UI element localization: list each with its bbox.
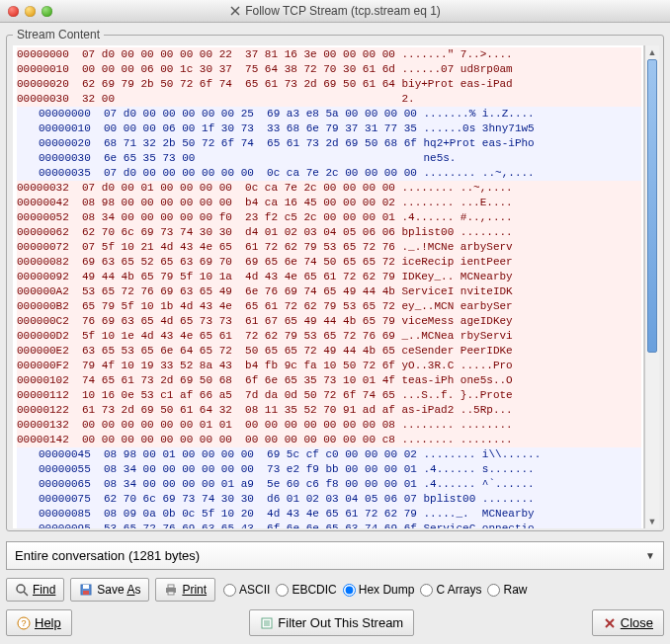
hex-line[interactable]: 00000030 6e 65 35 73 00 ne5s.: [17, 151, 641, 166]
hex-dump-area[interactable]: 00000000 07 d0 00 00 00 00 00 22 37 81 1…: [13, 45, 644, 528]
close-label: Close: [621, 615, 653, 630]
hex-line[interactable]: 00000055 08 34 00 00 00 00 00 00 73 e2 f…: [17, 462, 641, 477]
save-icon: [79, 583, 93, 597]
hex-line[interactable]: 00000035 07 d0 00 00 00 00 00 00 0c ca 7…: [17, 166, 641, 181]
hex-line[interactable]: 000000E2 63 65 53 65 6e 64 65 72 50 65 6…: [17, 344, 641, 359]
hex-line[interactable]: 00000020 68 71 32 2b 50 72 6f 74 65 61 7…: [17, 136, 641, 151]
print-icon: [164, 583, 178, 597]
svg-line-0: [231, 7, 239, 15]
hex-line[interactable]: 00000045 08 98 00 01 00 00 00 00 69 5c c…: [17, 447, 641, 462]
hex-line[interactable]: 00000000 07 d0 00 00 00 00 00 25 69 a3 e…: [17, 107, 641, 121]
svg-rect-9: [168, 592, 174, 595]
chevron-down-icon: ▼: [645, 550, 655, 561]
hex-line[interactable]: 00000122 61 73 2d 69 50 61 64 32 08 11 3…: [17, 403, 641, 418]
hex-line[interactable]: 00000082 69 63 65 52 65 63 69 70 69 65 6…: [17, 255, 641, 270]
bottom-button-row: ? Help Filter Out This Stream Close: [6, 609, 664, 636]
window-controls: [0, 6, 52, 17]
close-icon: [603, 616, 617, 630]
svg-text:?: ?: [21, 618, 26, 628]
toolbar-row: Find Save As Print ASCII EBCDIC Hex Dump…: [6, 578, 664, 602]
help-label: Help: [35, 615, 61, 630]
svg-rect-8: [168, 585, 174, 588]
scrollbar-track[interactable]: [645, 59, 659, 515]
zoom-window-icon[interactable]: [42, 6, 52, 17]
hex-line[interactable]: 00000072 07 5f 10 21 4d 43 4e 65 61 72 6…: [17, 240, 641, 255]
radio-raw[interactable]: Raw: [487, 583, 527, 597]
minimize-window-icon[interactable]: [25, 6, 36, 17]
hex-dump-container: 00000000 07 d0 00 00 00 00 00 22 37 81 1…: [13, 45, 659, 528]
radio-ascii[interactable]: ASCII: [223, 583, 270, 597]
hex-line[interactable]: 00000000 07 d0 00 00 00 00 00 22 37 81 1…: [17, 47, 641, 62]
conversation-selector-label: Entire conversation (1281 bytes): [15, 548, 200, 563]
svg-rect-5: [83, 585, 89, 589]
titlebar: Follow TCP Stream (tcp.stream eq 1): [0, 0, 670, 23]
hex-line[interactable]: 00000010 00 00 00 06 00 1c 30 37 75 64 3…: [17, 62, 641, 77]
print-button[interactable]: Print: [155, 578, 215, 602]
radio-ebcdic[interactable]: EBCDIC: [276, 583, 336, 597]
vertical-scrollbar[interactable]: ▲ ▼: [644, 45, 659, 528]
filter-out-button[interactable]: Filter Out This Stream: [249, 609, 414, 636]
scrollbar-up-arrow[interactable]: ▲: [645, 45, 659, 59]
svg-point-2: [17, 585, 25, 593]
hex-line[interactable]: 00000062 62 70 6c 69 73 74 30 30 d4 01 0…: [17, 225, 641, 240]
svg-line-3: [24, 592, 28, 596]
hex-line[interactable]: 00000042 08 98 00 00 00 00 00 00 b4 ca 1…: [17, 196, 641, 210]
hex-line[interactable]: 00000085 08 09 0a 0b 0c 5f 10 20 4d 43 4…: [17, 507, 641, 522]
hex-line[interactable]: 000000A2 53 65 72 76 69 63 65 49 6e 76 6…: [17, 284, 641, 299]
hex-line[interactable]: 00000132 00 00 00 00 00 00 01 01 00 00 0…: [17, 418, 641, 433]
scrollbar-down-arrow[interactable]: ▼: [645, 515, 659, 528]
hex-line[interactable]: 00000052 08 34 00 00 00 00 00 f0 23 f2 c…: [17, 210, 641, 225]
save-as-button[interactable]: Save As: [70, 578, 149, 602]
search-icon: [15, 583, 29, 597]
window-title-text: Follow TCP Stream (tcp.stream eq 1): [245, 4, 441, 18]
help-icon: ?: [17, 616, 31, 630]
close-button[interactable]: Close: [592, 609, 664, 636]
find-button[interactable]: Find: [6, 578, 64, 602]
hex-line[interactable]: 00000065 08 34 00 00 00 00 01 a9 5e 60 c…: [17, 477, 641, 492]
hex-line[interactable]: 00000075 62 70 6c 69 73 74 30 30 d6 01 0…: [17, 492, 641, 507]
svg-rect-6: [83, 591, 89, 595]
radio-hexdump[interactable]: Hex Dump: [343, 583, 415, 597]
display-format-radios: ASCII EBCDIC Hex Dump C Arrays Raw: [223, 583, 527, 597]
find-label: Find: [33, 583, 55, 597]
content: Stream Content 00000000 07 d0 00 00 00 0…: [0, 22, 670, 644]
print-label: Print: [182, 583, 207, 597]
radio-carrays[interactable]: C Arrays: [420, 583, 481, 597]
hex-line[interactable]: 000000B2 65 79 5f 10 1b 4d 43 4e 65 61 7…: [17, 299, 641, 314]
filter-icon: [260, 616, 274, 630]
conversation-selector[interactable]: Entire conversation (1281 bytes) ▼: [6, 541, 664, 570]
hex-line[interactable]: 00000032 07 d0 00 01 00 00 00 00 0c ca 7…: [17, 181, 641, 196]
hex-line[interactable]: 00000010 00 00 00 06 00 1f 30 73 33 68 6…: [17, 121, 641, 136]
close-window-icon[interactable]: [8, 6, 19, 17]
svg-line-1: [231, 7, 239, 15]
hex-line[interactable]: 00000020 62 69 79 2b 50 72 6f 74 65 61 7…: [17, 77, 641, 92]
stream-content-group: Stream Content 00000000 07 d0 00 00 00 0…: [6, 28, 664, 531]
hex-line[interactable]: 00000030 32 00 2.: [17, 92, 641, 107]
hex-line[interactable]: 00000092 49 44 4b 65 79 5f 10 1a 4d 43 4…: [17, 270, 641, 284]
hex-line[interactable]: 000000C2 76 69 63 65 4d 65 73 73 61 67 6…: [17, 314, 641, 329]
hex-line[interactable]: 000000D2 5f 10 1e 4d 43 4e 65 61 72 62 7…: [17, 329, 641, 344]
hex-line[interactable]: 00000112 10 16 0e 53 c1 af 66 a5 7d da 0…: [17, 388, 641, 403]
help-button[interactable]: ? Help: [6, 609, 72, 636]
hex-line[interactable]: 000000F2 79 4f 10 19 33 52 8a 43 b4 fb 9…: [17, 359, 641, 373]
hex-line[interactable]: 00000102 74 65 61 73 2d 69 50 68 6f 6e 6…: [17, 373, 641, 388]
stream-content-legend: Stream Content: [13, 28, 104, 41]
hex-line[interactable]: 00000142 00 00 00 00 00 00 00 00 00 00 0…: [17, 433, 641, 447]
filter-out-label: Filter Out This Stream: [278, 615, 403, 630]
window-title: Follow TCP Stream (tcp.stream eq 1): [0, 4, 670, 18]
save-as-label: A: [126, 583, 134, 597]
scrollbar-thumb[interactable]: [647, 59, 657, 353]
hex-line[interactable]: 00000095 53 65 72 76 69 63 65 43 6f 6e 6…: [17, 522, 641, 528]
